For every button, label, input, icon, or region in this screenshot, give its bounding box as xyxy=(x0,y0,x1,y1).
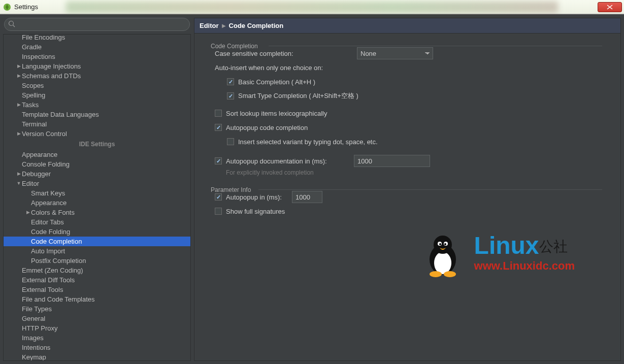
tree-item[interactable]: Keymap xyxy=(4,352,190,361)
tree-item[interactable]: Template Data Languages xyxy=(4,110,190,119)
tree-item[interactable]: Spelling xyxy=(4,90,190,100)
ide-settings-header: IDE Settings xyxy=(4,139,190,150)
show-full-sig-checkbox[interactable] xyxy=(215,208,222,215)
tree-item[interactable]: Emmet (Zen Coding) xyxy=(4,266,190,275)
autopopup-doc-label: Autopopup documentation in (ms): xyxy=(226,157,354,165)
tree-item[interactable]: Smart Keys xyxy=(4,188,190,198)
tree-item[interactable]: Editor xyxy=(4,179,190,188)
tree-item-label: Appearance xyxy=(31,199,67,207)
settings-content: Editor ▶ Code Completion Code Completion… xyxy=(194,18,621,361)
insert-selected-checkbox[interactable] xyxy=(227,138,234,145)
chevron-right-icon[interactable] xyxy=(16,171,22,176)
window-title: Settings xyxy=(14,3,38,11)
tree-item-label: General xyxy=(22,315,45,322)
tree-item[interactable]: Postfix Completion xyxy=(4,256,190,266)
tree-item-label: Intentions xyxy=(22,344,50,351)
watermark: Linux公社 www.Linuxidc.com xyxy=(474,231,575,273)
svg-point-3 xyxy=(430,244,456,275)
tree-item[interactable]: Schemas and DTDs xyxy=(4,71,190,81)
breadcrumb-leaf: Code Completion xyxy=(229,22,284,29)
tree-item-label: External Diff Tools xyxy=(22,276,75,284)
tree-item[interactable]: Gradle xyxy=(4,42,190,52)
tree-item-label: Smart Keys xyxy=(31,189,65,197)
chevron-right-icon[interactable] xyxy=(25,210,31,215)
settings-tree[interactable]: File EncodingsGradleInspectionsLanguage … xyxy=(3,34,191,361)
tree-item[interactable]: Inspections xyxy=(4,52,190,61)
autopopup-doc-checkbox[interactable] xyxy=(215,157,222,164)
tree-item[interactable]: File and Code Templates xyxy=(4,294,190,304)
tree-item-label: Debugger xyxy=(22,170,51,178)
show-full-sig-label: Show full signatures xyxy=(226,208,285,215)
tree-item-label: Postfix Completion xyxy=(31,257,86,264)
tree-item[interactable]: Code Completion xyxy=(4,237,190,246)
svg-point-4 xyxy=(434,252,451,274)
tree-item-label: Editor xyxy=(22,180,39,187)
tree-item[interactable]: External Diff Tools xyxy=(4,275,190,285)
tree-item[interactable]: File Types xyxy=(4,304,190,314)
tree-item-label: File Types xyxy=(22,305,52,313)
svg-point-6 xyxy=(438,242,442,246)
tree-item[interactable]: General xyxy=(4,314,190,323)
tree-item-label: Template Data Languages xyxy=(22,111,99,118)
autopopup-code-checkbox[interactable] xyxy=(215,124,222,131)
autopopup-code-label: Autopopup code completion xyxy=(226,124,308,131)
tree-item-label: Inspections xyxy=(22,53,55,60)
smart-type-checkbox[interactable] xyxy=(227,92,234,100)
insert-selected-label: Insert selected variant by typing dot, s… xyxy=(238,138,378,146)
tree-item-label: Emmet (Zen Coding) xyxy=(22,267,83,274)
tree-item-label: Gradle xyxy=(22,43,42,51)
breadcrumb-root[interactable]: Editor xyxy=(200,22,219,29)
autopopup-doc-hint: For explicitly invoked completion xyxy=(226,169,314,176)
tree-item[interactable]: Images xyxy=(4,333,190,343)
tree-item[interactable]: Code Folding xyxy=(4,227,190,237)
chevron-right-icon[interactable] xyxy=(16,131,22,136)
tree-item-label: Appearance xyxy=(22,151,57,158)
case-sensitive-select[interactable]: None xyxy=(357,47,433,59)
tree-item-label: Code Completion xyxy=(31,238,82,245)
main-area: File EncodingsGradleInspectionsLanguage … xyxy=(0,14,624,364)
tree-item[interactable]: Intentions xyxy=(4,343,190,352)
case-sensitive-label: Case sensitive completion: xyxy=(215,50,357,57)
smart-type-label: Smart Type Completion ( Alt+Shift+空格 ) xyxy=(238,91,358,101)
chevron-down-icon[interactable] xyxy=(16,181,22,186)
autopopup-doc-input[interactable] xyxy=(354,155,430,167)
tree-item[interactable]: HTTP Proxy xyxy=(4,323,190,333)
param-autopopup-checkbox[interactable] xyxy=(215,193,222,201)
tree-item[interactable]: Console Folding xyxy=(4,159,190,169)
param-autopopup-input[interactable] xyxy=(292,191,322,203)
tree-item-label: Colors & Fonts xyxy=(31,209,75,216)
sort-lookup-checkbox[interactable] xyxy=(215,110,222,117)
tree-item-label: Tasks xyxy=(22,101,39,109)
tree-item[interactable]: Scopes xyxy=(4,81,190,90)
chevron-right-icon[interactable] xyxy=(16,63,22,69)
tree-item[interactable]: Editor Tabs xyxy=(4,217,190,227)
close-button[interactable] xyxy=(598,2,622,12)
tree-item-label: HTTP Proxy xyxy=(22,324,58,332)
search-input[interactable] xyxy=(4,18,190,31)
tree-item-label: File Encodings xyxy=(22,34,65,41)
tree-item[interactable]: Tasks xyxy=(4,100,190,110)
tree-item[interactable]: Terminal xyxy=(4,119,190,129)
tree-item[interactable]: Auto Import xyxy=(4,246,190,256)
tree-item[interactable]: External Tools xyxy=(4,285,190,294)
tree-item[interactable]: Debugger xyxy=(4,169,190,179)
tree-item[interactable]: Language Injections xyxy=(4,61,190,71)
tree-item[interactable]: Appearance xyxy=(4,150,190,159)
auto-insert-label: Auto-insert when only one choice on: xyxy=(215,64,323,72)
tree-item-label: External Tools xyxy=(22,286,63,293)
sort-lookup-label: Sort lookup items lexicographically xyxy=(226,110,327,117)
settings-sidebar: File EncodingsGradleInspectionsLanguage … xyxy=(3,18,191,361)
chevron-right-icon[interactable] xyxy=(16,73,22,78)
penguin-icon xyxy=(422,231,463,279)
tree-item-label: Spelling xyxy=(22,91,45,99)
basic-completion-checkbox[interactable] xyxy=(227,78,234,85)
svg-point-9 xyxy=(444,243,446,245)
svg-point-11 xyxy=(444,271,456,277)
chevron-right-icon[interactable] xyxy=(16,102,22,107)
tree-item[interactable]: Appearance xyxy=(4,198,190,208)
tree-item[interactable]: Version Control xyxy=(4,129,190,139)
tree-item-label: Scopes xyxy=(22,82,44,89)
tree-item[interactable]: File Encodings xyxy=(4,34,190,42)
tree-item[interactable]: Colors & Fonts xyxy=(4,208,190,217)
basic-completion-label: Basic Completion ( Alt+H ) xyxy=(238,78,315,86)
